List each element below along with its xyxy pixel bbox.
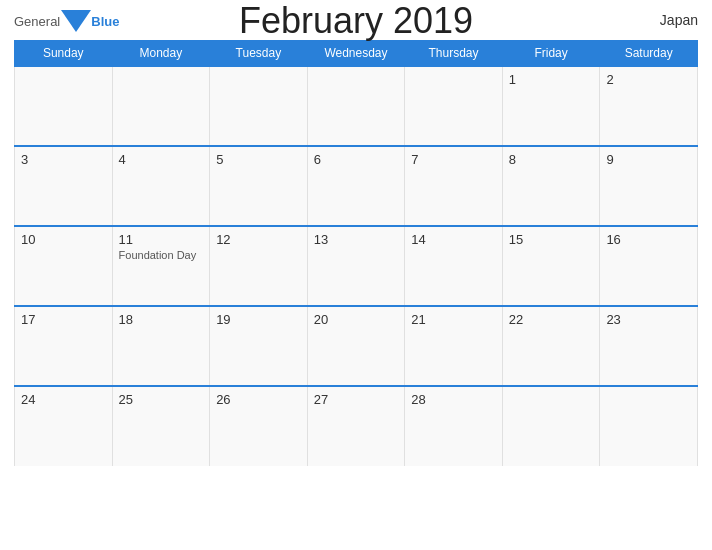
- logo-flag-icon: [61, 10, 91, 32]
- day-number: 8: [509, 152, 594, 167]
- day-cell: 2: [600, 66, 698, 146]
- day-cell: 16: [600, 226, 698, 306]
- day-cell: 28: [405, 386, 503, 466]
- day-number: 21: [411, 312, 496, 327]
- day-number: 7: [411, 152, 496, 167]
- day-cell: 17: [15, 306, 113, 386]
- calendar-container: General Blue February 2019 Japan SundayM…: [0, 0, 712, 550]
- day-number: 20: [314, 312, 399, 327]
- day-cell: 15: [502, 226, 600, 306]
- day-number: 16: [606, 232, 691, 247]
- day-cell: 18: [112, 306, 210, 386]
- day-cell: 10: [15, 226, 113, 306]
- day-cell: 23: [600, 306, 698, 386]
- svg-marker-0: [61, 10, 91, 32]
- day-cell: 3: [15, 146, 113, 226]
- day-cell: 5: [210, 146, 308, 226]
- day-number: 14: [411, 232, 496, 247]
- month-title: February 2019: [239, 0, 473, 42]
- day-cell: 9: [600, 146, 698, 226]
- logo-general-text: General: [14, 14, 60, 29]
- week-row-3: 17181920212223: [15, 306, 698, 386]
- day-number: 25: [119, 392, 204, 407]
- day-number: 1: [509, 72, 594, 87]
- day-header-tuesday: Tuesday: [210, 41, 308, 67]
- day-number: 11: [119, 232, 204, 247]
- day-number: 28: [411, 392, 496, 407]
- day-cell: 4: [112, 146, 210, 226]
- day-cell: 8: [502, 146, 600, 226]
- holiday-name: Foundation Day: [119, 249, 204, 261]
- day-cell: 14: [405, 226, 503, 306]
- day-cell: 19: [210, 306, 308, 386]
- calendar-table: SundayMondayTuesdayWednesdayThursdayFrid…: [14, 40, 698, 466]
- logo: General Blue: [14, 10, 119, 32]
- day-number: 6: [314, 152, 399, 167]
- day-header-monday: Monday: [112, 41, 210, 67]
- day-number: 2: [606, 72, 691, 87]
- day-cell: [112, 66, 210, 146]
- week-row-1: 3456789: [15, 146, 698, 226]
- day-cell: 6: [307, 146, 405, 226]
- day-number: 27: [314, 392, 399, 407]
- day-cell: 21: [405, 306, 503, 386]
- day-number: 19: [216, 312, 301, 327]
- country-label: Japan: [660, 12, 698, 32]
- day-cell: [405, 66, 503, 146]
- day-number: 10: [21, 232, 106, 247]
- day-header-friday: Friday: [502, 41, 600, 67]
- day-cell: 22: [502, 306, 600, 386]
- day-number: 26: [216, 392, 301, 407]
- day-cell: 12: [210, 226, 308, 306]
- day-header-sunday: Sunday: [15, 41, 113, 67]
- day-cell: [307, 66, 405, 146]
- day-cell: [15, 66, 113, 146]
- day-number: 4: [119, 152, 204, 167]
- day-cell: 7: [405, 146, 503, 226]
- day-cell: 13: [307, 226, 405, 306]
- day-number: 24: [21, 392, 106, 407]
- day-number: 23: [606, 312, 691, 327]
- calendar-header: General Blue February 2019 Japan: [14, 10, 698, 32]
- day-number: 3: [21, 152, 106, 167]
- week-row-4: 2425262728: [15, 386, 698, 466]
- day-cell: 26: [210, 386, 308, 466]
- day-header-thursday: Thursday: [405, 41, 503, 67]
- day-cell: 27: [307, 386, 405, 466]
- day-cell: [210, 66, 308, 146]
- week-row-0: 12: [15, 66, 698, 146]
- day-header-wednesday: Wednesday: [307, 41, 405, 67]
- day-cell: [502, 386, 600, 466]
- day-cell: 11Foundation Day: [112, 226, 210, 306]
- day-header-saturday: Saturday: [600, 41, 698, 67]
- days-header-row: SundayMondayTuesdayWednesdayThursdayFrid…: [15, 41, 698, 67]
- logo-blue-text: Blue: [91, 14, 119, 29]
- day-number: 18: [119, 312, 204, 327]
- day-cell: 1: [502, 66, 600, 146]
- day-number: 22: [509, 312, 594, 327]
- day-cell: [600, 386, 698, 466]
- day-number: 17: [21, 312, 106, 327]
- day-cell: 25: [112, 386, 210, 466]
- day-cell: 24: [15, 386, 113, 466]
- week-row-2: 1011Foundation Day1213141516: [15, 226, 698, 306]
- day-number: 15: [509, 232, 594, 247]
- day-number: 12: [216, 232, 301, 247]
- day-number: 5: [216, 152, 301, 167]
- day-number: 13: [314, 232, 399, 247]
- day-cell: 20: [307, 306, 405, 386]
- day-number: 9: [606, 152, 691, 167]
